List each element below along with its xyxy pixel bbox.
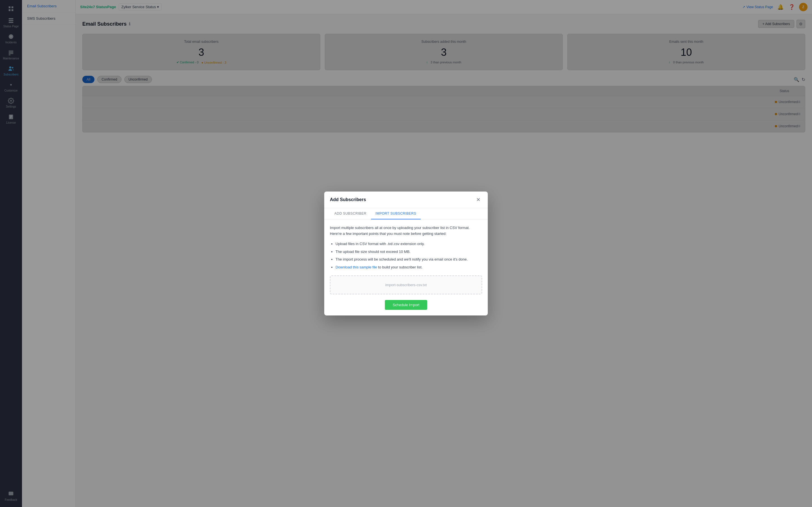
- modal-title: Add Subscribers: [330, 197, 366, 202]
- modal-description: Import multiple subscribers all at once …: [330, 225, 482, 237]
- schedule-import-button[interactable]: Schedule Import: [385, 300, 427, 310]
- modal-header: Add Subscribers ✕: [324, 191, 488, 208]
- modal-tabs: ADD SUBSCRIBER IMPORT SUBSCRIBERS: [324, 208, 488, 219]
- modal-body: Import multiple subscribers all at once …: [324, 219, 488, 316]
- list-item-1: Upload files in CSV format with .txt/.cs…: [336, 241, 482, 247]
- file-dropzone[interactable]: import-subscribers-csv.txt: [330, 276, 482, 294]
- tab-import-subscribers[interactable]: IMPORT SUBSCRIBERS: [371, 208, 421, 219]
- dropzone-text: import-subscribers-csv.txt: [385, 283, 426, 287]
- modal-close-button[interactable]: ✕: [474, 196, 482, 203]
- tab-add-subscriber[interactable]: ADD SUBSCRIBER: [330, 208, 371, 219]
- modal-list: Upload files in CSV format with .txt/.cs…: [330, 241, 482, 270]
- list-item-2: The upload file size should not exceed 1…: [336, 249, 482, 255]
- add-subscribers-modal: Add Subscribers ✕ ADD SUBSCRIBER IMPORT …: [324, 191, 488, 316]
- download-sample-link[interactable]: Download this sample file: [336, 265, 377, 269]
- list-item-3: The import process will be scheduled and…: [336, 257, 482, 262]
- list-item-download: Download this sample file to build your …: [336, 265, 482, 270]
- modal-overlay: Add Subscribers ✕ ADD SUBSCRIBER IMPORT …: [0, 0, 812, 507]
